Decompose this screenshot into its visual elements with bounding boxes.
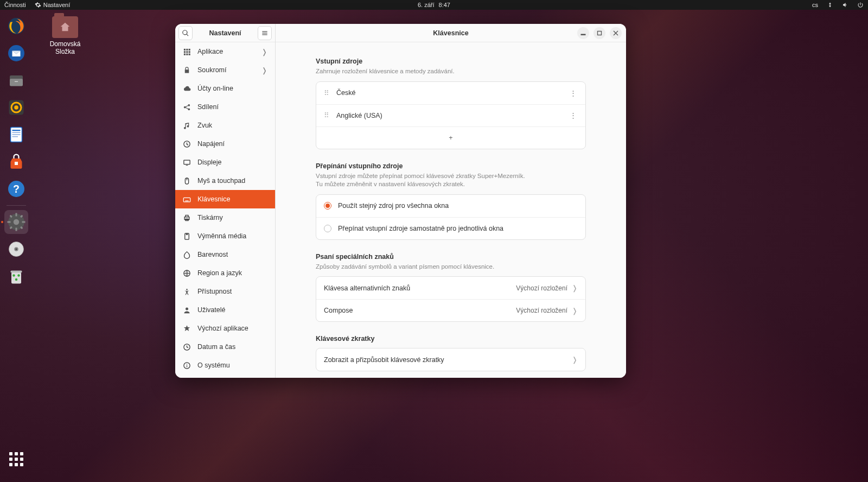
dock-writer[interactable] <box>4 123 28 147</box>
sidebar-item-label: Přístupnost <box>197 288 267 295</box>
sidebar-item-label: Výchozí aplikace <box>197 325 267 332</box>
dock-rhythmbox[interactable] <box>4 96 28 119</box>
sidebar-item-default-apps[interactable]: Výchozí aplikace <box>175 319 275 338</box>
plus-icon: + <box>449 134 452 142</box>
svg-rect-4 <box>15 81 18 83</box>
svg-rect-21 <box>8 221 11 223</box>
sidebar-item-label: Barevnost <box>197 251 267 258</box>
activities-button[interactable]: Činnosti <box>4 2 26 8</box>
svg-rect-53 <box>186 164 188 165</box>
sidebar-item-power[interactable]: Napájení <box>175 135 275 153</box>
desktop-home-folder[interactable]: Domovská Složka <box>41 16 90 55</box>
add-input-source[interactable]: + <box>316 126 585 149</box>
power-icon[interactable] <box>857 2 864 8</box>
input-source-label: České <box>336 89 569 97</box>
svg-rect-22 <box>22 221 25 223</box>
chevron-right-icon: ❭ <box>572 284 578 292</box>
dock-thunderbird[interactable] <box>4 41 28 65</box>
sidebar-item-removable[interactable]: Výměnná média <box>175 227 275 245</box>
view-shortcuts-row[interactable]: Zobrazit a přizpůsobit klávesové zkratky… <box>316 348 585 371</box>
input-source-menu[interactable]: ⋮ <box>569 89 578 97</box>
clock[interactable]: 6. září 8:47 <box>418 2 450 8</box>
volume-icon[interactable] <box>842 2 848 8</box>
compose-row[interactable]: Compose Výchozí rozložení ❭ <box>316 299 585 321</box>
radio-per-window[interactable]: Přepínat vstupní zdroje samostatně pro j… <box>316 217 585 239</box>
sidebar-item-label: Tiskárny <box>197 214 267 221</box>
drag-handle-icon[interactable]: ⠿ <box>324 111 330 119</box>
svg-rect-37 <box>262 33 267 33</box>
sidebar-item-color[interactable]: Barevnost <box>175 245 275 264</box>
svg-point-7 <box>14 105 18 110</box>
dock-help[interactable]: ? <box>4 177 28 201</box>
sidebar-item-region[interactable]: Region a jazyk <box>175 264 275 282</box>
sidebar-item-datetime[interactable]: Datum a čas <box>175 338 275 356</box>
minimize-button[interactable] <box>577 27 589 39</box>
svg-point-18 <box>14 219 20 225</box>
svg-rect-44 <box>189 51 190 53</box>
sidebar-item-keyboard[interactable]: Klávesnice <box>175 190 275 208</box>
svg-point-35 <box>15 278 18 281</box>
close-button[interactable] <box>610 27 622 39</box>
dock: ? <box>0 10 33 482</box>
input-source-row[interactable]: ⠿ České ⋮ <box>316 82 585 104</box>
input-source-label: Anglické (USA) <box>336 112 569 119</box>
printers-icon <box>183 214 191 222</box>
minimize-icon <box>580 30 586 36</box>
dock-disc[interactable] <box>4 237 28 261</box>
date-label: 6. září <box>418 2 435 8</box>
dock-files[interactable] <box>4 68 28 92</box>
gear-icon <box>35 2 41 8</box>
sidebar-item-sound[interactable]: Zvuk <box>175 116 275 135</box>
app-menu-label: Nastavení <box>43 2 71 8</box>
region-icon <box>183 269 191 277</box>
sidebar-item-online-accounts[interactable]: Účty on-line <box>175 79 275 98</box>
sidebar-item-label: Aplikace <box>197 48 255 55</box>
radio-label: Přepínat vstupní zdroje samostatně pro j… <box>338 225 578 232</box>
input-source-row[interactable]: ⠿ Anglické (USA) ⋮ <box>316 104 585 126</box>
sidebar-item-users[interactable]: Uživatelé <box>175 301 275 319</box>
menu-button[interactable] <box>258 26 272 40</box>
svg-rect-59 <box>186 215 188 217</box>
input-sources-subtitle: Zahrnuje rozložení klávesnice a metody z… <box>316 67 586 76</box>
input-source-menu[interactable]: ⋮ <box>569 111 578 119</box>
dock-settings[interactable] <box>4 210 28 234</box>
radio-icon <box>324 202 331 210</box>
svg-rect-40 <box>186 48 188 50</box>
svg-rect-32 <box>11 271 22 273</box>
input-source-indicator[interactable]: cs <box>812 2 818 8</box>
svg-rect-14 <box>15 162 18 165</box>
svg-point-68 <box>187 364 188 365</box>
radio-same-source[interactable]: Použít stejný zdroj pro všechna okna <box>316 195 585 217</box>
dock-software[interactable] <box>4 150 28 174</box>
sidebar-item-applications[interactable]: Aplikace❭ <box>175 42 275 61</box>
network-icon[interactable] <box>827 2 833 8</box>
drag-handle-icon[interactable]: ⠿ <box>324 89 330 97</box>
svg-rect-71 <box>598 31 602 35</box>
sidebar-item-accessibility[interactable]: Přístupnost <box>175 282 275 301</box>
svg-point-65 <box>186 307 188 310</box>
alt-chars-row[interactable]: Klávesa alternativních znaků Výchozí roz… <box>316 277 585 299</box>
sidebar-item-displays[interactable]: Displeje <box>175 153 275 172</box>
sidebar-item-about[interactable]: O systému <box>175 356 275 375</box>
search-button[interactable] <box>178 26 193 40</box>
dock-trash[interactable] <box>4 264 28 288</box>
svg-rect-38 <box>262 34 267 35</box>
sidebar-item-privacy[interactable]: Soukromí❭ <box>175 61 275 79</box>
sidebar-item-mouse[interactable]: Myš a touchpad <box>175 172 275 190</box>
svg-rect-36 <box>262 31 267 31</box>
sidebar-item-label: Zvuk <box>197 122 267 129</box>
radio-label: Použít stejný zdroj pro všechna okna <box>338 202 578 210</box>
svg-point-34 <box>17 274 20 277</box>
app-menu[interactable]: Nastavení <box>35 2 71 8</box>
sidebar-item-label: Napájení <box>197 140 267 148</box>
dock-separator <box>7 205 26 206</box>
svg-rect-42 <box>184 51 186 53</box>
maximize-button[interactable] <box>593 27 605 39</box>
sidebar-item-printers[interactable]: Tiskárny <box>175 208 275 227</box>
sidebar-item-label: Sdílení <box>197 103 267 111</box>
svg-rect-57 <box>185 200 188 201</box>
sidebar-item-label: Soukromí <box>197 66 255 74</box>
sidebar-item-sharing[interactable]: Sdílení <box>175 98 275 116</box>
show-applications[interactable] <box>4 447 28 471</box>
dock-firefox[interactable] <box>4 14 28 38</box>
